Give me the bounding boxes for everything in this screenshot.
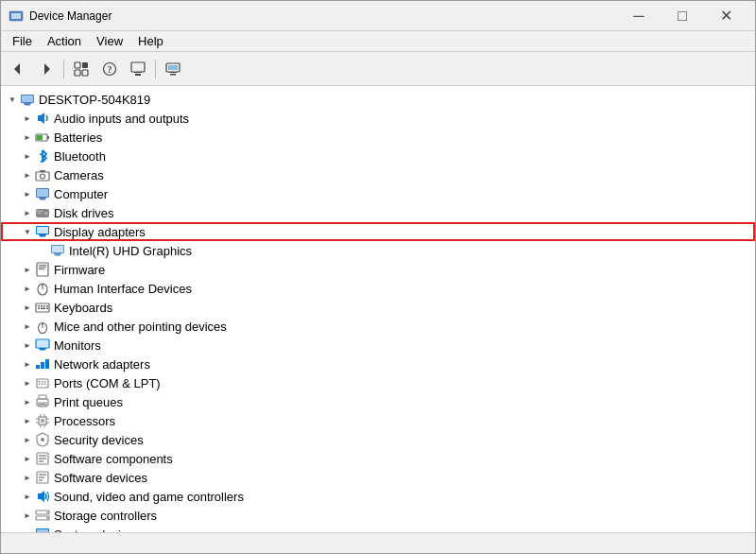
expander-keyboards[interactable]: ►: [20, 300, 35, 315]
minimize-button[interactable]: ─: [617, 1, 661, 31]
back-button[interactable]: [5, 57, 31, 81]
tree-item-intel[interactable]: ► Intel(R) UHD Graphics: [1, 241, 755, 260]
svg-rect-56: [46, 305, 48, 307]
maximize-button[interactable]: □: [661, 1, 704, 31]
expander-disk[interactable]: ►: [20, 205, 35, 220]
tree-item-audio[interactable]: ► Audio inputs and outputs: [1, 109, 755, 128]
tree-item-disk[interactable]: ► Disk drives: [1, 203, 755, 222]
device-manager-window: Device Manager ─ □ ✕ File Action View He…: [0, 0, 756, 554]
expander-storage[interactable]: ►: [20, 508, 35, 523]
close-button[interactable]: ✕: [704, 1, 747, 31]
monitor-button[interactable]: [160, 57, 186, 81]
svg-rect-31: [40, 199, 45, 200]
expander-batteries[interactable]: ►: [20, 130, 35, 145]
svg-rect-82: [41, 419, 44, 423]
label-storage: Storage controllers: [54, 509, 157, 523]
window-title: Device Manager: [29, 9, 617, 23]
expander-processors[interactable]: ►: [20, 413, 35, 428]
svg-rect-57: [38, 308, 40, 310]
expander-bluetooth[interactable]: ►: [20, 148, 35, 164]
expander-print[interactable]: ►: [20, 394, 35, 409]
expander-hid[interactable]: ►: [20, 281, 35, 296]
tree-item-softwarecomp[interactable]: ► Software components: [1, 449, 755, 468]
menu-action[interactable]: Action: [40, 32, 89, 50]
svg-rect-32: [39, 198, 46, 199]
tree-item-bluetooth[interactable]: ► Bluetooth: [1, 147, 755, 165]
svg-rect-69: [45, 359, 49, 369]
tree-item-network[interactable]: ► Network adapters: [1, 355, 755, 373]
window-controls: ─ □ ✕: [617, 1, 747, 31]
display-adapter-icon: [35, 224, 50, 239]
forward-button[interactable]: [33, 57, 60, 81]
svg-point-102: [46, 511, 48, 513]
expander-cameras[interactable]: ►: [20, 167, 35, 182]
root-expander[interactable]: ▼: [5, 92, 20, 107]
audio-icon: [35, 111, 50, 126]
expander-ports[interactable]: ►: [20, 375, 35, 390]
tree-item-hid[interactable]: ► Human Interface Devices: [1, 279, 755, 298]
tree-item-monitors[interactable]: ► Monitors: [1, 336, 755, 355]
menu-bar: File Action View Help: [1, 31, 755, 52]
expander-security[interactable]: ►: [20, 432, 35, 447]
label-cameras: Cameras: [54, 168, 104, 182]
title-bar: Device Manager ─ □ ✕: [1, 1, 755, 31]
tree-item-cameras[interactable]: ► Cameras: [1, 165, 755, 184]
tree-item-batteries[interactable]: ► Batteries: [1, 128, 755, 147]
svg-rect-94: [39, 458, 46, 459]
disk-icon: [35, 205, 50, 220]
svg-point-51: [42, 284, 43, 286]
tree-item-computer[interactable]: ► Computer: [1, 184, 755, 203]
tree-item-security[interactable]: ► Security devices: [1, 430, 755, 449]
label-monitors: Monitors: [54, 338, 101, 353]
tree-item-display[interactable]: ▼ Display adapters: [1, 222, 755, 241]
processor-icon: [35, 413, 50, 428]
expander-computer[interactable]: ►: [20, 186, 35, 201]
ports-icon: [35, 375, 50, 390]
label-sound: Sound, video and game controllers: [54, 490, 244, 504]
svg-rect-36: [37, 213, 42, 214]
tree-item-sound[interactable]: ► Sound, video and game controllers: [1, 487, 755, 506]
label-network: Network adapters: [54, 357, 150, 372]
menu-file[interactable]: File: [5, 32, 40, 50]
tree-root[interactable]: ▼ DESKTOP-504K819: [1, 90, 755, 109]
tree-item-firmware[interactable]: ► Firmware: [1, 260, 755, 279]
label-intel: Intel(R) UHD Graphics: [69, 244, 192, 258]
show-hidden-button[interactable]: [68, 57, 94, 81]
svg-rect-8: [82, 70, 88, 76]
label-softwaredev: Software devices: [54, 471, 147, 485]
svg-rect-17: [168, 65, 178, 70]
expander-display[interactable]: ▼: [20, 224, 35, 239]
svg-rect-35: [37, 211, 43, 212]
expander-firmware[interactable]: ►: [20, 262, 35, 277]
tree-item-mice[interactable]: ► Mice and other pointing devices: [1, 317, 755, 336]
tree-item-system[interactable]: ► System devices: [1, 525, 755, 532]
label-display: Display adapters: [54, 225, 146, 239]
expander-mice[interactable]: ►: [20, 319, 35, 334]
svg-rect-11: [131, 62, 145, 72]
tree-item-storage[interactable]: ► Storage controllers: [1, 506, 755, 525]
menu-view[interactable]: View: [89, 32, 130, 50]
help-button[interactable]: ?: [96, 57, 123, 81]
print-icon: [35, 394, 50, 409]
tree-item-softwaredev[interactable]: ► Software devices: [1, 468, 755, 487]
svg-rect-6: [82, 62, 88, 68]
svg-rect-66: [39, 348, 46, 349]
menu-help[interactable]: Help: [130, 32, 171, 50]
expander-softwarecomp[interactable]: ►: [20, 451, 35, 466]
expander-sound[interactable]: ►: [20, 489, 35, 504]
expander-audio[interactable]: ►: [20, 111, 35, 126]
tree-item-print[interactable]: ► Print queues: [1, 392, 755, 411]
expander-softwaredev[interactable]: ►: [20, 470, 35, 485]
expander-monitors[interactable]: ►: [20, 338, 35, 353]
svg-rect-73: [44, 381, 46, 383]
svg-point-62: [42, 323, 43, 325]
svg-text:?: ?: [108, 64, 112, 75]
tree-item-ports[interactable]: ► Ports (COM & LPT): [1, 373, 755, 392]
label-mice: Mice and other pointing devices: [54, 320, 227, 334]
tree-item-keyboards[interactable]: ► Keyboards: [1, 298, 755, 317]
expander-network[interactable]: ►: [20, 356, 35, 372]
svg-rect-12: [135, 74, 141, 76]
device-tree[interactable]: ▼ DESKTOP-504K819 ► Audio inp: [1, 86, 755, 532]
properties-button[interactable]: [125, 57, 151, 81]
tree-item-processors[interactable]: ► Processors: [1, 411, 755, 430]
